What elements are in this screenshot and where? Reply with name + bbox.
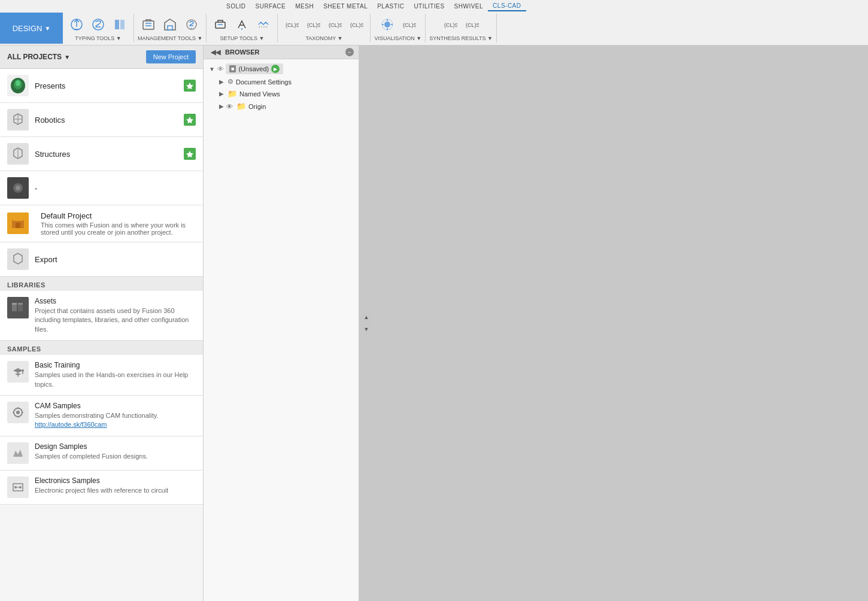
typing-tool-1[interactable] [66, 15, 87, 34]
sidebar-content: Presents Robotics [0, 69, 203, 601]
libraries-section-header: LIBRARIES [0, 277, 203, 291]
mgmt-tool-2[interactable] [160, 15, 180, 34]
project-desc-default: This comes with Fusion and is where your… [41, 221, 196, 236]
setup-tools-label[interactable]: SETUP TOOLS ▼ [220, 35, 264, 41]
assets-text: Assets Project that contains assets used… [35, 297, 196, 334]
browser-named-views[interactable]: ▶ 📁 Named Views [204, 87, 359, 100]
sample-item-electronics[interactable]: Electronics Samples Electronic project f… [0, 471, 203, 505]
browser-minus-btn[interactable]: − [345, 48, 354, 56]
management-tools-icons [138, 15, 202, 34]
section-sheet-metal[interactable]: SHEET METAL [318, 2, 372, 11]
section-solid[interactable]: SOLID [221, 2, 251, 11]
typing-tool-3[interactable] [110, 15, 130, 34]
svg-text:(CL)S: (CL)S [286, 22, 299, 28]
cam-link[interactable]: http://autode.sk/f360cam [35, 421, 107, 428]
main-area: ALL PROJECTS ▼ New Project Presents [0, 45, 868, 601]
svg-text:(CL)S: (CL)S [466, 22, 479, 28]
toolbar: SOLID SURFACE MESH SHEET METAL PLASTIC U… [0, 0, 868, 45]
synth-tool-1[interactable]: (CL)S [440, 15, 460, 34]
sample-item-basic-training[interactable]: Basic Training Samples used in the Hands… [0, 355, 203, 396]
taxonomy-tool-3[interactable]: (CL)S [324, 15, 345, 34]
project-item-structures[interactable]: Structures [0, 137, 203, 171]
doc-name-tag: ■ (Unsaved) ▶ [226, 63, 283, 74]
taxonomy-icon-2: (CL)S [305, 16, 321, 33]
project-pin-structures [184, 148, 196, 160]
all-projects-text: ALL PROJECTS [7, 53, 62, 61]
project-name-export: Export [35, 255, 196, 264]
basic-training-text: Basic Training Samples used in the Hands… [35, 361, 196, 389]
svg-rect-38 [12, 303, 17, 305]
setup-tool-1[interactable] [210, 15, 230, 34]
section-plastic[interactable]: PLASTIC [372, 2, 409, 11]
browser-title-area: ◀◀ BROWSER [208, 48, 259, 56]
setup-tool-3[interactable] [253, 15, 274, 34]
new-project-button[interactable]: New Project [146, 50, 196, 63]
typing-tool-2[interactable] [88, 15, 108, 34]
project-item-default[interactable]: Default Project This comes with Fusion a… [0, 205, 203, 242]
vis-icon-2: (CL)S [400, 16, 417, 33]
mgmt-tool-3[interactable] [181, 15, 202, 34]
section-shwivel[interactable]: SHWIVEL [450, 2, 488, 11]
design-label: DESIGN [13, 24, 43, 33]
sidebar: ALL PROJECTS ▼ New Project Presents [0, 45, 204, 601]
design-samples-desc: Samples of completed Fusion designs. [35, 452, 196, 461]
typing-icon-3 [111, 16, 128, 33]
browser-doc-settings[interactable]: ▶ ⚙ Document Settings [204, 76, 359, 87]
sample-item-design[interactable]: Design Samples Samples of completed Fusi… [0, 436, 203, 471]
project-item-unnamed[interactable]: - [0, 171, 203, 205]
sample-item-cam[interactable]: CAM Samples Samples demonstrating CAM fu… [0, 396, 203, 436]
svg-rect-36 [12, 304, 17, 311]
synth-tool-2[interactable]: (CL)S [462, 15, 482, 34]
design-samples-name: Design Samples [35, 442, 196, 451]
taxonomy-tool-2[interactable]: (CL)S [303, 15, 323, 34]
svg-rect-4 [143, 21, 154, 29]
setup-tool-2[interactable] [232, 15, 252, 34]
browser-origin[interactable]: ▶ 👁 📁 Origin [204, 100, 359, 113]
doc-name-text: (Unsaved) [238, 65, 269, 72]
project-name-unnamed: - [35, 184, 196, 193]
taxonomy-tool-1[interactable]: (CL)S [281, 15, 302, 34]
canvas-area: ▲ ▼ [359, 45, 868, 601]
all-projects-label[interactable]: ALL PROJECTS ▼ [7, 53, 70, 61]
assets-name: Assets [35, 297, 196, 305]
svg-rect-10 [216, 22, 225, 28]
origin-arrow: ▶ [218, 103, 225, 110]
vis-tool-1[interactable] [377, 15, 397, 34]
svg-point-18 [384, 22, 390, 28]
taxonomy-tool-4[interactable]: (CL)S [346, 15, 366, 34]
electronics-name: Electronics Samples [35, 476, 196, 485]
design-button[interactable]: DESIGN ▼ [0, 13, 63, 44]
vis-tool-2[interactable]: (CL)S [399, 15, 419, 34]
taxonomy-label[interactable]: TAXONOMY ▼ [305, 35, 342, 41]
nav-arrow-up[interactable]: ▲ [362, 312, 371, 322]
setup-icon-2 [233, 16, 250, 33]
svg-rect-39 [18, 303, 23, 305]
nav-arrow-down[interactable]: ▼ [362, 324, 371, 334]
doc-play-btn[interactable]: ▶ [271, 65, 280, 73]
section-surface[interactable]: SURFACE [251, 2, 291, 11]
section-mesh[interactable]: MESH [290, 2, 318, 11]
browser-root-row[interactable]: ▼ 👁 ■ (Unsaved) ▶ [204, 62, 359, 76]
visualisation-label[interactable]: VISUALISATION ▼ [374, 35, 421, 41]
svg-text:(CL)S: (CL)S [329, 22, 342, 28]
typing-tools-label[interactable]: TYPING TOOLS ▼ [75, 35, 122, 41]
library-item-assets[interactable]: Assets Project that contains assets used… [0, 291, 203, 341]
project-item-presents[interactable]: Presents [0, 69, 203, 103]
project-item-robotics[interactable]: Robotics [0, 103, 203, 137]
project-item-export[interactable]: Export [0, 242, 203, 277]
svg-point-25 [16, 80, 20, 86]
svg-point-45 [19, 486, 22, 488]
eye-toggle[interactable]: 👁 [217, 65, 224, 72]
browser-collapse-btn[interactable]: ◀◀ [208, 48, 223, 56]
section-cls-cad[interactable]: CLS-CAD [488, 1, 526, 11]
doc-settings-label: Document Settings [236, 78, 292, 86]
eye-icon-origin[interactable]: 👁 [226, 103, 233, 110]
origin-label: Origin [248, 103, 266, 110]
design-samples-thumb [7, 442, 29, 464]
toolbar-section-labels: SOLID SURFACE MESH SHEET METAL PLASTIC U… [0, 0, 868, 11]
management-tools-label[interactable]: MANAGEMENT TOOLS ▼ [138, 35, 202, 41]
section-utilities[interactable]: UTILITIES [409, 2, 449, 11]
mgmt-tool-1[interactable] [138, 15, 159, 34]
synthesis-results-label[interactable]: SYNTHESIS RESULTS ▼ [429, 35, 493, 41]
svg-marker-31 [186, 151, 193, 157]
